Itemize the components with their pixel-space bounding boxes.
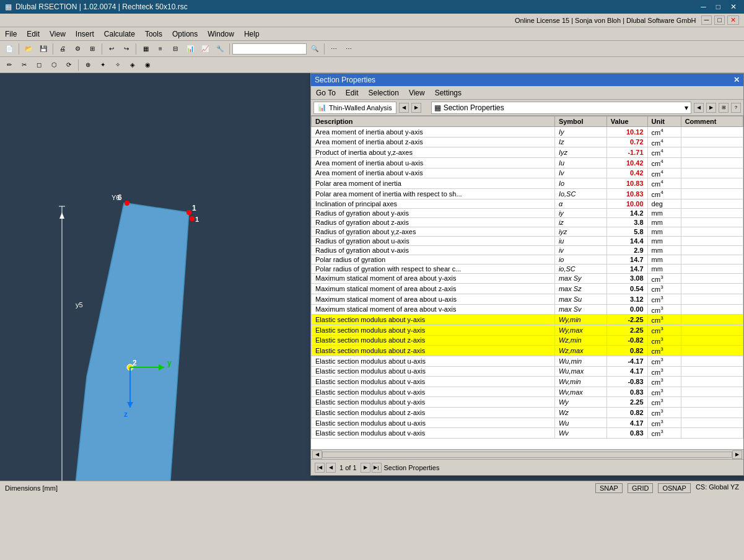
cell-comment [681, 284, 743, 294]
table-row: Product of inertia about y,z-axesIyz-1.7… [312, 147, 743, 158]
nav-next[interactable]: ▶ [361, 463, 370, 473]
table-row: Elastic section modulus about v-axisWv,m… [312, 387, 743, 397]
cell-unit: mm [647, 217, 681, 227]
cell-value: 2.25 [606, 325, 647, 335]
toolbar2-btn-8[interactable]: ✧ [111, 58, 125, 72]
cell-unit: cm4 [647, 137, 681, 147]
close-btn[interactable]: ✕ [728, 2, 739, 11]
cell-unit: mm [647, 264, 681, 273]
cell-value: 14.4 [606, 236, 647, 245]
minimize-btn[interactable]: ─ [698, 2, 709, 11]
menu-edit[interactable]: Edit [22, 28, 45, 40]
menu-tools[interactable]: Tools [140, 28, 167, 40]
toolbar-btn-7[interactable]: ▦ [139, 42, 152, 56]
toolbar2-btn-6[interactable]: ⊕ [81, 58, 95, 72]
toolbar-btn-undo[interactable]: ↩ [105, 42, 118, 56]
toolbar-btn-8[interactable]: ≡ [154, 42, 167, 56]
cell-comment [681, 264, 743, 273]
cell-unit: cm3 [647, 304, 681, 315]
snap-btn[interactable]: SNAP [595, 483, 623, 493]
scroll-left-btn[interactable]: ◀ [312, 450, 322, 459]
toolbar-sep-3 [102, 43, 102, 55]
osnap-btn[interactable]: OSNAP [658, 483, 691, 493]
nav-first[interactable]: |◀ [315, 463, 325, 473]
toolbar-btn-11[interactable]: 📈 [198, 42, 212, 56]
menu-help[interactable]: Help [239, 28, 265, 40]
toolbar2-btn-7[interactable]: ✦ [96, 58, 110, 72]
menu-insert[interactable]: Insert [71, 28, 99, 40]
grid-btn[interactable]: GRID [628, 483, 654, 493]
toolbar-btn-save[interactable]: 💾 [37, 42, 50, 56]
panel-menu-settings[interactable]: Settings [430, 87, 466, 98]
panel-menu-edit[interactable]: Edit [341, 87, 364, 98]
panel-nav-prev[interactable]: ◀ [399, 103, 409, 113]
panel-menu-view[interactable]: View [404, 87, 430, 98]
menu-calculate[interactable]: Calculate [99, 28, 140, 40]
menu-file[interactable]: File [0, 28, 22, 40]
panel-nav-left[interactable]: ◀ [694, 103, 704, 113]
toolbar-btn-redo[interactable]: ↪ [120, 42, 133, 56]
toolbar-btn-open[interactable]: 📂 [22, 42, 35, 56]
page-info: 1 of 1 [337, 464, 359, 471]
cell-unit: cm3 [647, 325, 681, 335]
cell-unit: mm [647, 208, 681, 217]
cell-symbol: Iy [554, 127, 606, 138]
close-app-btn[interactable]: ✕ [727, 15, 739, 25]
properties-table-container[interactable]: Description Symbol Value Unit Comment Ar… [311, 116, 743, 449]
toolbar2-btn-2[interactable]: ✂ [17, 58, 31, 72]
toolbar2-btn-4[interactable]: ⬡ [47, 58, 61, 72]
toolbar2-btn-9[interactable]: ◈ [126, 58, 139, 72]
title-bar-left: ▦ Dlubal RSECTION | 1.02.0074 | Rechteck… [5, 2, 188, 11]
toolbar2-btn-10[interactable]: ◉ [141, 58, 154, 72]
toolbar-btn-1[interactable]: 📄 [2, 42, 16, 56]
toolbar-btn-5[interactable]: ⚙ [71, 42, 84, 56]
panel-help-btn[interactable]: ? [731, 103, 741, 113]
maximize-app-btn[interactable]: □ [714, 15, 725, 25]
section-properties-panel: Section Properties ✕ Go To Edit Selectio… [310, 73, 744, 476]
menu-window[interactable]: Window [203, 28, 239, 40]
toolbar-btn-9[interactable]: ⊟ [168, 42, 182, 56]
toolbar2-btn-5[interactable]: ⟳ [62, 58, 76, 72]
analysis-type-selector[interactable]: 📊 Thin-Walled Analysis [313, 102, 396, 114]
panel-grid-btn[interactable]: ⊞ [719, 103, 729, 113]
nav-prev[interactable]: ◀ [326, 463, 336, 473]
toolbar-search[interactable] [232, 43, 307, 55]
panel-menu-goto[interactable]: Go To [311, 87, 341, 98]
cell-description: Maximum statical moment of area about u-… [312, 294, 555, 304]
cell-value: 0.83 [606, 428, 647, 439]
panel-nav-next[interactable]: ▶ [411, 103, 421, 113]
toolbar-btn-12[interactable]: 🔧 [213, 42, 227, 56]
h-scrollbar[interactable]: ◀ ▶ [311, 449, 743, 459]
toolbar2-btn-1[interactable]: ✏ [2, 58, 16, 72]
toolbar-row-2: ✏ ✂ ◻ ⬡ ⟳ ⊕ ✦ ✧ ◈ ◉ [0, 57, 744, 73]
toolbar-btn-13[interactable]: ⋯ [327, 42, 341, 56]
cell-comment [681, 304, 743, 315]
toolbar-btn-print[interactable]: 🖨 [56, 42, 69, 56]
table-row: Polar area moment of inertia with respec… [312, 188, 743, 199]
nav-last[interactable]: ▶| [372, 463, 382, 473]
toolbar-search-btn[interactable]: 🔍 [308, 42, 322, 56]
cell-symbol: Io [554, 178, 606, 189]
dimensions-label: Dimensions [mm] [5, 484, 58, 492]
toolbar-btn-6[interactable]: ⊞ [85, 42, 99, 56]
toolbar2-btn-3[interactable]: ◻ [32, 58, 46, 72]
z-label: z [124, 410, 128, 419]
toolbar-btn-10[interactable]: 📊 [183, 42, 197, 56]
cell-symbol: max Sy [554, 273, 606, 284]
cell-description: Area moment of inertia about v-axis [312, 168, 555, 178]
panel-close-btn[interactable]: ✕ [733, 76, 740, 84]
scroll-right-btn[interactable]: ▶ [732, 450, 742, 459]
menu-view[interactable]: View [45, 28, 71, 40]
section-dropdown-arrow[interactable]: ▾ [685, 103, 688, 112]
col-header-comment: Comment [681, 116, 743, 127]
toolbar-btn-14[interactable]: ⋯ [342, 42, 356, 56]
cell-unit: mm [647, 227, 681, 236]
toolbar-row-1: 📄 📂 💾 🖨 ⚙ ⊞ ↩ ↪ ▦ ≡ ⊟ 📊 📈 🔧 🔍 ⋯ ⋯ [0, 41, 744, 57]
panel-menu-selection[interactable]: Selection [364, 87, 404, 98]
panel-nav-right[interactable]: ▶ [706, 103, 716, 113]
cell-value: -0.82 [606, 335, 647, 346]
menu-options[interactable]: Options [167, 28, 203, 40]
minimize-app-btn[interactable]: ─ [701, 15, 712, 25]
toolbar2-sep-1 [78, 59, 79, 71]
maximize-btn[interactable]: □ [714, 2, 723, 11]
